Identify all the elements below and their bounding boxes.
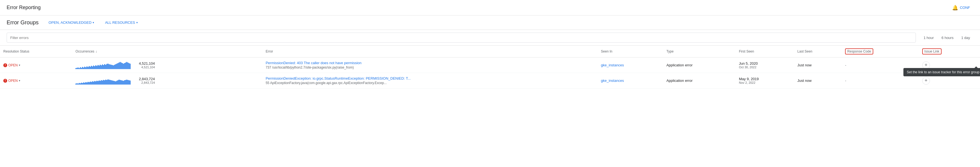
spark-bar — [129, 63, 129, 69]
chevron-down-icon-2: ▾ — [136, 21, 138, 24]
spark-bar — [78, 84, 78, 84]
first-seen-sub: Oct 30, 2022 — [739, 65, 791, 69]
error-type: Application error — [667, 78, 693, 83]
time-1day-button[interactable]: 1 day — [958, 34, 974, 41]
status-chevron-icon[interactable]: ▾ — [19, 79, 20, 82]
spark-bar — [79, 68, 80, 69]
spark-bar — [103, 65, 104, 69]
sort-down-icon: ↓ — [95, 49, 97, 53]
status-chevron-icon[interactable]: ▾ — [19, 64, 20, 67]
gke-link[interactable]: gke_instances — [601, 78, 624, 83]
add-issue-link-button[interactable]: + — [922, 61, 930, 69]
spark-bar — [80, 83, 81, 84]
spark-bar — [100, 65, 101, 69]
spark-bar — [89, 82, 90, 84]
error-type: Application error — [667, 63, 693, 67]
spark-bar — [127, 62, 128, 69]
response-code-value: - — [845, 63, 846, 67]
spark-bar — [103, 80, 104, 84]
spark-bar — [104, 80, 105, 84]
spark-bar — [82, 67, 83, 69]
response-code-value: - — [845, 78, 846, 83]
spark-bar — [124, 80, 125, 84]
last-seen-cell: Just now — [794, 57, 842, 73]
spark-bar — [86, 82, 86, 84]
spark-bar — [97, 66, 97, 69]
time-1hour-button[interactable]: 1 hour — [920, 34, 937, 41]
status-dot: ! — [3, 79, 7, 83]
spark-bar — [91, 82, 92, 84]
spark-bar — [125, 80, 126, 84]
spark-bar — [91, 66, 92, 69]
conf-button[interactable]: 🔔 CONF — [949, 3, 974, 13]
table-row: ! OPEN ▾ 4,521,104 4,521,104 Permiss — [0, 57, 980, 73]
spark-bar — [127, 80, 128, 84]
spark-bar — [126, 62, 127, 69]
spark-bar — [122, 63, 123, 69]
app-bar-right: 🔔 CONF — [949, 3, 974, 13]
status-filter-chip[interactable]: OPEN, ACKNOWLEDGED ▾ — [45, 19, 97, 26]
resources-filter-chip[interactable]: ALL RESOURCES ▾ — [102, 19, 141, 26]
th-occurrences[interactable]: Occurrences ↓ — [72, 46, 262, 57]
spark-bar — [116, 81, 117, 84]
spark-bar — [80, 67, 81, 69]
table-row: ! OPEN ▾ 2,843,724 2,843,724 Permiss — [0, 73, 980, 89]
spark-bar — [101, 80, 102, 84]
issue-link-cell: + — [919, 73, 980, 89]
spark-bar — [115, 81, 116, 84]
spark-bar — [114, 81, 115, 84]
response-code-cell: - — [842, 57, 919, 73]
spark-bar — [112, 65, 113, 69]
spark-bar — [92, 81, 93, 84]
spark-bar — [102, 64, 103, 69]
status-label: OPEN — [8, 63, 18, 67]
spark-bar — [79, 83, 80, 84]
spark-bar — [111, 65, 112, 69]
spark-bar — [104, 64, 105, 69]
spark-bar — [121, 62, 122, 69]
spark-bar — [88, 82, 89, 84]
spark-bar — [75, 68, 76, 69]
seen-in-cell: gke_instances — [598, 57, 663, 73]
last-seen-main: Just now — [797, 78, 839, 83]
sparkline — [75, 77, 130, 84]
spark-bar — [97, 81, 97, 84]
spark-bar — [87, 83, 88, 84]
spark-bar — [108, 80, 108, 84]
spark-bar — [94, 81, 95, 84]
add-issue-link-button[interactable]: + — [922, 77, 930, 84]
gke-link[interactable]: gke_instances — [601, 63, 624, 67]
spark-bar — [82, 83, 83, 84]
spark-bar — [76, 68, 78, 69]
spark-bar — [89, 66, 90, 69]
spark-bar — [102, 81, 103, 84]
spark-bar — [75, 84, 76, 84]
spark-bar — [109, 64, 110, 69]
error-title-link[interactable]: PermissionDenied: 403 The caller does no… — [266, 61, 594, 65]
bell-icon: 🔔 — [952, 5, 958, 11]
spark-bar — [90, 67, 91, 69]
status-label: OPEN — [8, 79, 18, 83]
spark-bar — [113, 81, 114, 84]
spark-bar — [95, 65, 96, 69]
response-code-cell: - — [842, 73, 919, 89]
spark-bar — [110, 64, 111, 69]
status-badge: ! OPEN ▾ — [3, 79, 69, 83]
chevron-down-icon: ▾ — [92, 21, 94, 24]
spark-bar — [116, 64, 117, 69]
spark-bar — [105, 80, 106, 84]
spark-bar — [121, 80, 122, 84]
filter-input[interactable] — [6, 33, 916, 43]
error-title-link[interactable]: PermissionDeniedException: io.grpc.Statu… — [266, 76, 594, 81]
page-header: Error Groups OPEN, ACKNOWLEDGED ▾ ALL RE… — [0, 16, 980, 30]
spark-bar — [81, 68, 82, 69]
spark-bar — [99, 65, 100, 69]
spark-bar — [130, 64, 130, 69]
type-cell: Application error — [663, 57, 735, 73]
last-seen-cell: Just now — [794, 73, 842, 89]
th-response-code: Response Code — [842, 46, 919, 57]
first-seen-main: May 9, 2019 — [739, 77, 791, 81]
spark-bar — [109, 80, 110, 84]
spark-bar — [88, 67, 89, 69]
time-6hours-button[interactable]: 6 hours — [938, 34, 957, 41]
